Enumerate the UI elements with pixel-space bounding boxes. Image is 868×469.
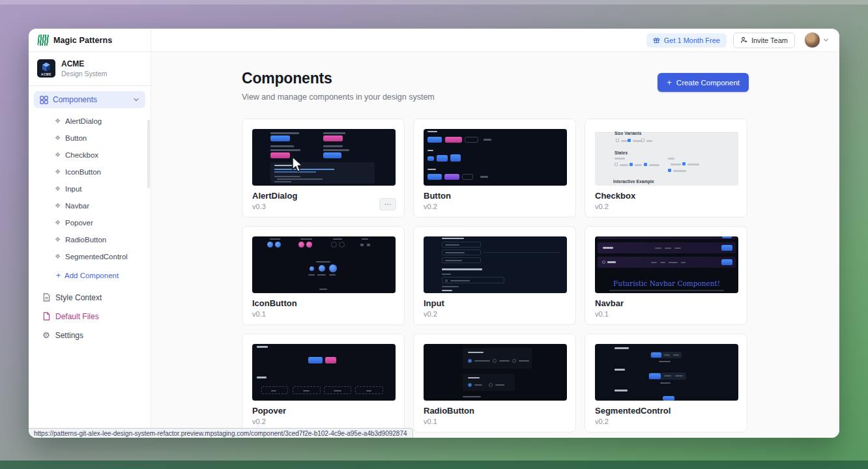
brand-name: Magic Patterns xyxy=(53,36,112,45)
card-radiobutton[interactable]: RadioButton v0.1 xyxy=(413,334,576,433)
sidebar-item-label: IconButton xyxy=(65,168,101,176)
card-alertdialog[interactable]: AlertDialog v0.3 ⋯ xyxy=(242,119,405,218)
file-icon xyxy=(42,312,50,320)
style-context-label: Style Context xyxy=(55,293,102,302)
thumb-label: Size Variants xyxy=(615,131,641,135)
sidebar-item-label: Checkbox xyxy=(65,151,98,159)
popover-thumbnail xyxy=(252,344,396,401)
sidebar-item-segmentedcontrol[interactable]: ❖SegmentedControl xyxy=(29,248,151,265)
card-title: Checkbox xyxy=(595,191,635,201)
sidebar-item-popover[interactable]: ❖Popover xyxy=(29,214,151,231)
acme-logo-text: ACME xyxy=(41,73,51,76)
plus-icon: + xyxy=(667,78,672,87)
create-component-button[interactable]: + Create Component xyxy=(658,73,749,92)
add-component-button[interactable]: + Add Component xyxy=(29,267,151,284)
person-plus-icon xyxy=(740,36,747,44)
sidebar-item-label: Input xyxy=(65,185,82,193)
sidebar-item-checkbox[interactable]: ❖Checkbox xyxy=(29,147,151,163)
background-bottom-strip xyxy=(0,461,868,469)
card-title: Input xyxy=(424,298,444,308)
card-checkbox[interactable]: Size Variants States Interactive Example xyxy=(585,119,747,218)
sidebar: Magic Patterns ACME ACME Design System xyxy=(29,29,151,438)
gift-icon xyxy=(653,36,660,44)
alertdialog-thumbnail xyxy=(252,129,396,186)
sidebar-divider xyxy=(29,85,151,86)
sidebar-item-label: SegmentedControl xyxy=(65,253,128,261)
sidebar-item-style-context[interactable]: Style Context xyxy=(29,288,151,307)
card-navbar[interactable]: Futuristic Navbar Component! Navbar v0.1 xyxy=(585,226,747,325)
sidebar-item-navbar[interactable]: ❖Navbar xyxy=(29,197,151,214)
component-diamond-icon: ❖ xyxy=(55,236,61,243)
card-title: Popover xyxy=(252,406,286,416)
component-diamond-icon: ❖ xyxy=(55,169,61,175)
thumb-label: Interactive Example xyxy=(613,179,654,184)
sidebar-item-label: Navbar xyxy=(65,202,89,210)
checkbox-thumbnail: Size Variants States Interactive Example xyxy=(595,129,738,186)
card-popover[interactable]: Popover v0.2 xyxy=(242,334,405,433)
magic-patterns-logo-icon xyxy=(37,35,50,46)
sidebar-item-settings[interactable]: ⚙ Settings xyxy=(29,326,151,345)
card-title: IconButton xyxy=(252,298,297,308)
card-title: AlertDialog xyxy=(252,191,297,201)
card-more-button[interactable]: ⋯ xyxy=(379,198,396,210)
card-button[interactable]: Button v0.2 xyxy=(413,119,576,218)
create-component-label: Create Component xyxy=(676,79,740,87)
settings-label: Settings xyxy=(55,331,83,340)
grid-icon xyxy=(40,96,48,104)
component-diamond-icon: ❖ xyxy=(55,152,61,158)
sidebar-item-button[interactable]: ❖Button xyxy=(29,130,151,147)
sidebar-item-components[interactable]: Components xyxy=(34,91,145,108)
invite-team-label: Invite Team xyxy=(751,36,788,44)
workspace-switcher[interactable]: ACME ACME Design System xyxy=(29,52,151,84)
sidebar-item-default-files[interactable]: Default Files xyxy=(29,307,151,326)
invite-team-button[interactable]: Invite Team xyxy=(733,33,795,48)
workspace-subtitle: Design System xyxy=(61,70,108,78)
component-diamond-icon: ❖ xyxy=(55,220,61,226)
card-version: v0.2 xyxy=(595,418,609,425)
card-version: v0.1 xyxy=(252,310,266,318)
sidebar-item-label: Popover xyxy=(65,219,93,227)
sidebar-item-label: RadioButton xyxy=(65,236,106,244)
page-subtitle: View and manage components in your desig… xyxy=(242,92,435,102)
sidebar-components-label: Components xyxy=(53,95,128,104)
iconbutton-thumbnail xyxy=(252,236,396,293)
component-diamond-icon: ❖ xyxy=(55,135,61,141)
get-month-free-button[interactable]: Get 1 Month Free xyxy=(646,33,727,48)
button-thumbnail xyxy=(424,129,567,186)
background-top-strip xyxy=(0,0,868,5)
card-title: RadioButton xyxy=(424,406,474,416)
add-component-label: Add Component xyxy=(65,272,119,279)
card-input[interactable]: Input v0.2 xyxy=(413,226,576,325)
sidebar-item-alertdialog[interactable]: ❖AlertDialog xyxy=(29,113,151,130)
app-window: Magic Patterns ACME ACME Design System xyxy=(29,29,839,438)
card-version: v0.1 xyxy=(595,310,609,318)
card-version: v0.2 xyxy=(424,310,437,318)
topbar: Get 1 Month Free Invite Team xyxy=(151,29,839,52)
brand-header[interactable]: Magic Patterns xyxy=(29,29,151,52)
sidebar-item-radiobutton[interactable]: ❖RadioButton xyxy=(29,231,151,248)
input-thumbnail xyxy=(424,236,567,293)
card-iconbutton[interactable]: IconButton v0.1 xyxy=(242,226,405,325)
card-title: Button xyxy=(424,191,451,201)
get-month-free-label: Get 1 Month Free xyxy=(664,36,720,44)
component-diamond-icon: ❖ xyxy=(55,186,61,192)
page-title: Components xyxy=(242,70,435,87)
workspace-name: ACME xyxy=(61,59,108,68)
sidebar-item-input[interactable]: ❖Input xyxy=(29,180,151,197)
sidebar-item-label: AlertDialog xyxy=(65,117,102,125)
account-menu[interactable] xyxy=(804,32,829,48)
avatar xyxy=(804,32,820,48)
gear-icon: ⚙ xyxy=(42,331,50,339)
thumb-label: States xyxy=(615,150,628,155)
card-title: SegmentedControl xyxy=(595,406,671,416)
mouse-cursor xyxy=(291,156,304,176)
card-segmentedcontrol[interactable]: SegmentedControl v0.2 xyxy=(585,334,747,433)
sidebar-item-iconbutton[interactable]: ❖IconButton xyxy=(29,163,151,180)
component-diamond-icon: ❖ xyxy=(55,203,61,209)
components-grid: AlertDialog v0.3 ⋯ xyxy=(242,119,749,433)
sidebar-item-label: Button xyxy=(65,134,87,142)
card-version: v0.2 xyxy=(595,203,609,210)
card-version: v0.3 xyxy=(252,203,266,210)
chevron-down-icon xyxy=(133,96,139,103)
sidebar-scrollbar[interactable] xyxy=(147,120,150,188)
